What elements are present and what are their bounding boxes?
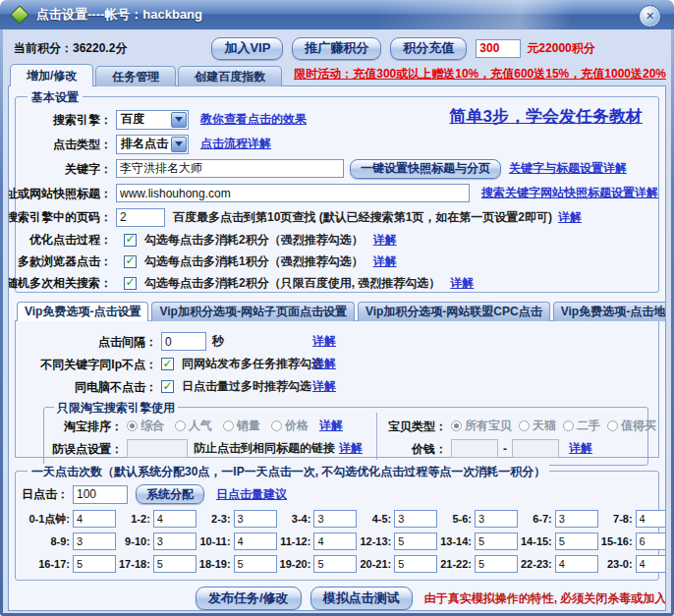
daily-clicks-label: 日点击： — [24, 482, 73, 506]
hour-input-10-11[interactable] — [234, 532, 277, 550]
click-type-select[interactable]: 排名点击 — [116, 135, 189, 154]
click-flow-link[interactable]: 点击流程详解 — [200, 136, 271, 152]
system-assign-button[interactable]: 系统分配 — [136, 484, 204, 504]
join-vip-button[interactable]: 加入VIP — [211, 37, 283, 60]
page-number-input[interactable] — [116, 208, 165, 227]
hour-label: 2-3: — [211, 513, 234, 525]
snapshot-setup-button[interactable]: 一键设置快照标题与分页 — [350, 159, 501, 179]
tab-task-manage[interactable]: 任务管理 — [95, 66, 176, 86]
close-button[interactable]: ✕ — [639, 5, 661, 28]
hour-input-2-3[interactable] — [234, 510, 277, 528]
click-type-label: 点击类型： — [16, 132, 116, 156]
daily-suggest-link[interactable]: 日点击量建议 — [216, 486, 287, 503]
hour-label: 4-5: — [372, 513, 395, 525]
type-option-all[interactable]: 所有宝贝 — [451, 418, 512, 434]
sort-option-popularity[interactable]: 人气 — [175, 418, 212, 434]
keyword-title-link[interactable]: 关键字与标题设置详解 — [509, 160, 627, 177]
hour-label: 7-8: — [613, 513, 636, 525]
hour-input-9-10[interactable] — [153, 532, 197, 550]
multi-browser-note: 勾选每点击多消耗1积分（强烈推荐勾选） — [144, 253, 364, 270]
hour-input-5-6[interactable] — [475, 510, 518, 528]
type-option-worth[interactable]: 值得买 — [607, 418, 656, 434]
radio-icon — [607, 420, 618, 431]
multi-browser-detail-link[interactable]: 详解 — [373, 253, 397, 270]
simulate-click-test-button[interactable]: 模拟点击测试 — [310, 587, 413, 610]
type-option-secondhand[interactable]: 二手 — [563, 418, 600, 434]
hour-input-7-8[interactable] — [636, 510, 666, 528]
hour-label: 8-9: — [50, 535, 73, 547]
page-number-detail-link[interactable]: 详解 — [558, 209, 582, 226]
sort-option-price[interactable]: 价格 — [271, 418, 309, 434]
tab-add-modify[interactable]: 增加/修改 — [10, 64, 93, 86]
vip-tab-cpc-click[interactable]: Vip加积分选项-网站联盟CPC点击 — [358, 302, 550, 321]
mistake-input[interactable] — [127, 439, 188, 458]
url-label: 网址或网站快照标题： — [16, 181, 116, 205]
hour-label: 20-21: — [360, 558, 394, 570]
click-interval-input[interactable] — [161, 332, 206, 351]
publish-task-button[interactable]: 发布任务/修改 — [196, 587, 302, 610]
divider — [376, 413, 377, 460]
hour-input-16-17[interactable] — [73, 555, 116, 573]
diff-keyword-ip-detail-link[interactable]: 详解 — [312, 356, 336, 372]
optimize-click-checkbox[interactable]: ✓ — [124, 234, 137, 247]
hour-input-11-12[interactable] — [313, 532, 357, 550]
recharge-button[interactable]: 积分充值 — [390, 37, 467, 60]
sort-option-composite[interactable]: 综合 — [127, 418, 164, 434]
taobao-sort-detail-link[interactable]: 详解 — [319, 418, 343, 434]
hour-input-6-7[interactable] — [555, 510, 598, 528]
current-points-label: 当前积分： — [14, 40, 73, 57]
search-engine-row: 搜索引擎： 百度 教你查看点击的效果 — [16, 107, 658, 132]
multi-browser-label: 多款浏览器点击： — [16, 251, 116, 272]
hour-label: 19-20: — [280, 558, 314, 570]
hour-input-19-20[interactable] — [313, 555, 357, 573]
search-engine-select[interactable]: 百度 — [116, 110, 189, 130]
daily-clicks-input[interactable] — [73, 485, 128, 504]
random-search-checkbox[interactable]: ✓ — [124, 277, 137, 290]
hour-input-23-0[interactable] — [636, 555, 666, 573]
sort-option-sales[interactable]: 销量 — [223, 418, 260, 434]
url-snapshot-link[interactable]: 搜索关键字网站快照标题设置详解 — [481, 185, 658, 201]
daily-clicks-row: 日点击： 系统分配 日点击量建议 — [24, 482, 650, 506]
price-max-input[interactable] — [512, 439, 559, 458]
hour-input-20-21[interactable] — [394, 555, 437, 573]
random-search-detail-link[interactable]: 详解 — [450, 275, 474, 292]
optimize-click-detail-link[interactable]: 详解 — [373, 232, 397, 249]
type-option-tmall[interactable]: 天猫 — [519, 418, 556, 434]
hour-input-3-4[interactable] — [313, 510, 357, 528]
hour-input-13-14[interactable] — [475, 532, 518, 550]
vip-tab-subpage-click[interactable]: Vip加积分选项-网站子页面点击设置 — [151, 302, 354, 321]
url-input[interactable] — [116, 184, 470, 202]
vip-tab-click-settings[interactable]: Vip免费选项-点击设置 — [17, 302, 148, 321]
hour-input-8-9[interactable] — [73, 532, 116, 550]
click-interval-detail-link[interactable]: 详解 — [312, 333, 336, 350]
chevron-down-icon — [171, 137, 187, 152]
hour-input-0-1[interactable] — [73, 510, 116, 528]
search-engine-value: 百度 — [117, 111, 171, 128]
recharge-amount-input[interactable] — [476, 39, 521, 58]
price-min-input[interactable] — [451, 439, 498, 458]
price-detail-link[interactable]: 详解 — [569, 440, 592, 457]
hour-input-12-13[interactable] — [394, 532, 437, 550]
hour-input-15-16[interactable] — [636, 532, 666, 550]
vip-tab-click-region[interactable]: Vip免费选项-点击地区 — [553, 302, 666, 321]
tab-baidu-index[interactable]: 创建百度指数 — [178, 66, 282, 86]
multi-browser-checkbox[interactable]: ✓ — [124, 255, 137, 268]
view-effect-link[interactable]: 教你查看点击的效果 — [200, 111, 307, 128]
hour-input-21-22[interactable] — [475, 555, 518, 573]
hour-input-17-18[interactable] — [153, 555, 197, 573]
titlebar[interactable]: 点击设置----帐号：hackbang — [0, 0, 674, 29]
keyword-input[interactable] — [116, 159, 344, 178]
promote-earn-button[interactable]: 推广赚积分 — [292, 37, 381, 60]
hour-label: 10-11: — [199, 535, 233, 547]
mistake-detail-link[interactable]: 详解 — [339, 440, 363, 457]
hour-input-1-2[interactable] — [153, 510, 197, 528]
hour-input-4-5[interactable] — [394, 510, 437, 528]
basic-settings-title: 基本设置 — [28, 89, 83, 106]
hour-input-18-19[interactable] — [234, 555, 277, 573]
hour-input-14-15[interactable] — [555, 532, 598, 550]
same-pc-checkbox[interactable]: ✓ — [161, 380, 174, 393]
hour-input-22-23[interactable] — [555, 555, 598, 573]
same-pc-detail-link[interactable]: 详解 — [312, 378, 336, 395]
app-window: 点击设置----帐号：hackbang ✕ 当前积分： 36220.2分 加入V… — [0, 0, 674, 616]
diff-keyword-ip-checkbox[interactable]: ✓ — [161, 358, 174, 370]
